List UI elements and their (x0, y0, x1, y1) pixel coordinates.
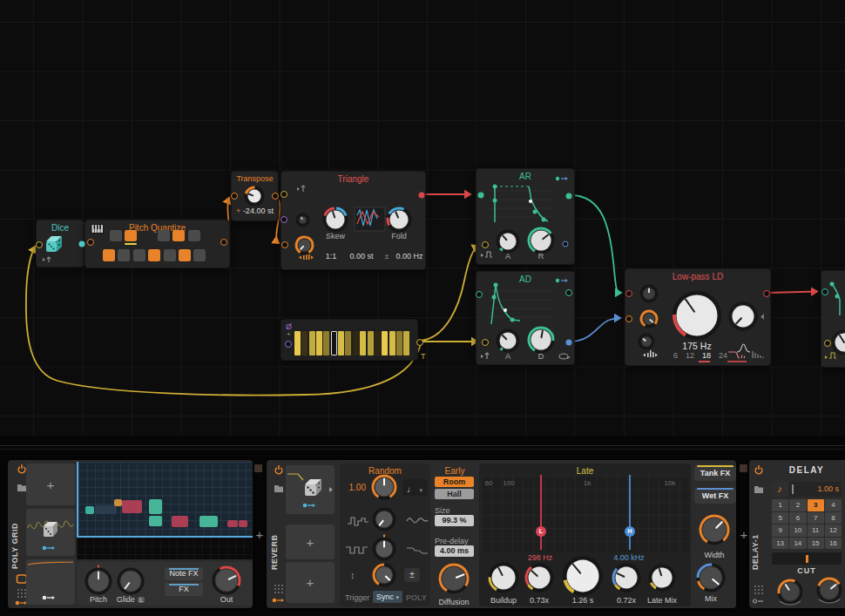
dice-out-port[interactable] (79, 241, 85, 247)
delay-step-cell[interactable]: 5 (772, 512, 788, 525)
trigger-step[interactable] (360, 331, 366, 355)
power-icon[interactable] (754, 464, 764, 475)
minimap-module-block[interactable] (227, 520, 238, 527)
remote-controls-icon[interactable] (274, 584, 284, 594)
fx-button[interactable]: FX (165, 583, 203, 596)
trigger-step[interactable] (301, 331, 308, 355)
module-transpose[interactable]: Transpose + -24.00 st (231, 171, 279, 221)
trigger-step[interactable] (353, 331, 359, 355)
dice-trigger-in-port[interactable] (36, 241, 43, 248)
module-envelope-partial[interactable] (821, 270, 845, 368)
pitch-in-port[interactable] (281, 241, 288, 248)
wire-triggers-ar[interactable] (422, 246, 478, 341)
diffusion-knob[interactable] (436, 560, 472, 597)
trigger-step[interactable] (389, 331, 395, 355)
quantize-pad-upper[interactable] (110, 230, 122, 241)
quantize-pad-lower[interactable] (103, 249, 115, 261)
device-name[interactable]: POLY GRID (10, 508, 19, 569)
keytrack-knob[interactable] (635, 330, 658, 353)
ad-aux-out-port[interactable] (565, 289, 572, 296)
high-cut-handle[interactable]: H (625, 526, 635, 537)
slope-option[interactable]: 12 (686, 351, 694, 360)
ar-gate-port[interactable] (482, 241, 489, 248)
high-mult-knob[interactable] (609, 560, 644, 595)
mix-knob[interactable] (693, 560, 728, 595)
module-ar[interactable]: AR A R (476, 168, 575, 265)
add-device-button[interactable]: + (254, 527, 266, 543)
device-delay[interactable]: DELAY-1 DELAY ♪ 1.00 s 12345678910111213… (749, 460, 845, 608)
minimap-module-block[interactable] (239, 520, 247, 527)
modulator-slot-random[interactable] (26, 509, 75, 556)
folder-icon[interactable] (274, 483, 284, 493)
modulator-slot-curve[interactable] (26, 559, 75, 605)
damping-display[interactable] (481, 476, 689, 552)
random-amount-value[interactable]: 1.00 (343, 483, 366, 492)
note-fx-button[interactable]: Note FX (165, 567, 203, 580)
random-smooth-icon[interactable] (406, 515, 429, 525)
trigger-step[interactable] (323, 331, 329, 355)
attack-knob[interactable] (493, 326, 523, 355)
ar-end-port[interactable] (563, 241, 569, 247)
minimap-module-block[interactable] (172, 516, 188, 527)
random-shape-knob[interactable] (369, 504, 399, 534)
slope-option[interactable]: 6 (673, 351, 678, 360)
slider-thumb[interactable] (806, 555, 808, 563)
decay-time-knob[interactable] (560, 553, 605, 599)
delay-step-cell[interactable]: 6 (789, 512, 806, 525)
predelay-value[interactable]: 4.00 ms (435, 545, 474, 557)
resonance-knob[interactable] (726, 299, 760, 334)
wire-ad-lowpass[interactable] (571, 318, 620, 342)
trigger-step[interactable] (294, 331, 301, 355)
delay-step-cell[interactable]: 2 (789, 499, 806, 511)
quantize-pad-lower[interactable] (148, 249, 160, 261)
delay-step-cell[interactable]: 8 (825, 512, 842, 525)
grid-minimap-viewport[interactable] (77, 462, 253, 538)
wet-fx-button[interactable]: Wet FX (694, 488, 736, 504)
ar-out-port[interactable] (566, 193, 572, 200)
glide-mode-badge[interactable]: L (138, 597, 145, 603)
trigger-step[interactable] (368, 331, 374, 355)
remote-controls-icon[interactable] (754, 585, 764, 595)
module-triangle[interactable]: Triangle Skew Fold 1:1 0.00 st ± 0.00 Hz (281, 171, 426, 270)
transpose-in-port[interactable] (231, 193, 238, 200)
random-offset-knob[interactable] (369, 560, 399, 590)
tank-fx-button[interactable]: Tank FX (694, 465, 736, 481)
quantize-pad-lower[interactable] (118, 249, 130, 261)
cutoff-value[interactable]: 175 Hz (671, 341, 723, 351)
quantize-pad-lower[interactable] (133, 249, 145, 261)
plusminus-toggle[interactable]: ± (382, 252, 391, 261)
pitch-offset-value[interactable]: 0.00 st (344, 252, 379, 261)
delay-step-cell[interactable]: 14 (789, 538, 806, 550)
triggers-out-port[interactable] (416, 339, 423, 346)
glide-knob[interactable] (114, 565, 147, 598)
random-slide-icon[interactable] (406, 545, 429, 556)
delay-step-cell[interactable]: 13 (772, 538, 788, 550)
trigger-step[interactable] (375, 331, 381, 355)
minimap-module-block[interactable] (199, 516, 218, 527)
lowpass-cutoffmod-port[interactable] (625, 315, 632, 322)
module-pitch-quantize[interactable]: Pitch Quantize (84, 220, 230, 268)
device-reverb[interactable]: REVERB + + Random 1.00 ♩ (267, 460, 736, 608)
transpose-knob[interactable] (241, 183, 267, 209)
ar-in-port[interactable] (478, 193, 484, 199)
delay-step-cell[interactable]: 3 (808, 499, 824, 511)
slope-option[interactable]: 24 (719, 351, 727, 360)
delay-step-cell[interactable]: 9 (772, 525, 788, 537)
low-cut-line[interactable] (540, 475, 542, 550)
quantize-pad-upper[interactable] (188, 230, 200, 241)
modulator-slot-empty[interactable]: + (286, 525, 335, 559)
random-amount-knob[interactable] (368, 471, 400, 503)
module-ad[interactable]: AD A D (476, 271, 575, 365)
random-step-icon[interactable] (347, 514, 369, 526)
ad-trigger-port[interactable] (482, 339, 489, 346)
poly-toggle[interactable]: POLY (406, 593, 427, 602)
transpose-out-port[interactable] (272, 193, 279, 200)
quantize-pad-upper[interactable] (172, 230, 185, 241)
cutoff-knob[interactable] (670, 288, 724, 342)
pulse-wave-icon[interactable] (345, 544, 369, 556)
modulator-slot-empty[interactable]: + (26, 464, 75, 505)
device-name[interactable]: REVERB (270, 514, 279, 570)
audio-mod-knob[interactable] (637, 281, 661, 306)
cutoff-mod-knob[interactable] (637, 307, 661, 331)
quantize-in-port[interactable] (87, 239, 94, 246)
